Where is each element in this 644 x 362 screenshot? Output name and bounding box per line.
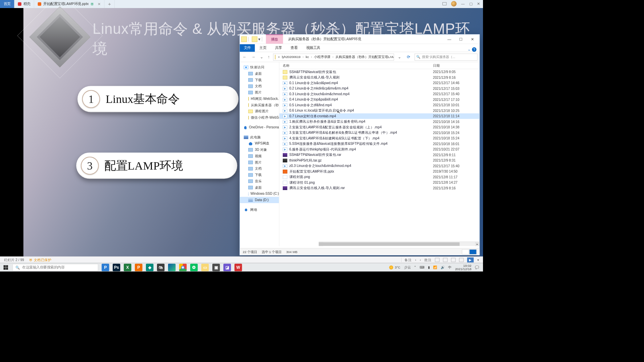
file-row[interactable]: z0.3 Linux命令之touch&vim&chmod.mp42021/12/… xyxy=(279,163,480,169)
start-button[interactable] xyxy=(0,263,12,272)
zoom-dropdown-icon[interactable]: ▾ xyxy=(477,258,479,262)
scroll-right-icon[interactable]: ▸ xyxy=(475,242,480,246)
protected-indicator[interactable]: ⛨文档已保护 xyxy=(29,257,52,262)
taskbar-app-p[interactable]: P xyxy=(102,263,109,271)
taskbar-app-purple[interactable]: ◪ xyxy=(223,263,231,271)
explorer-close-icon[interactable]: ✕ xyxy=(470,37,475,42)
nav-quick-access[interactable]: 快速访问 xyxy=(240,64,279,70)
ribbon-tab-file[interactable]: 文件 xyxy=(240,44,255,52)
breadcrumb-item[interactable]: lyh20200619 xyxy=(281,55,302,59)
file-row[interactable]: thinkPHP5代码.tar.gz2021/12/9 8:31 xyxy=(279,158,480,163)
ribbon-tab-video-tools[interactable]: 视频工具 xyxy=(302,44,324,52)
taskbar-app-edge[interactable] xyxy=(168,263,176,271)
nav-downloads[interactable]: 下载 xyxy=(240,77,279,83)
nav-up-icon[interactable]: ↑ xyxy=(267,55,271,59)
nav-pictures2[interactable]: 图片 xyxy=(240,159,279,166)
file-row[interactable]: 5.SSH连接服务器&Navicat连接数据库&SFTP远程传输文件.mp420… xyxy=(279,141,480,147)
qat-dropdown-icon[interactable]: ▾ xyxy=(258,37,260,42)
file-row[interactable]: 4.安装宝塔LAMP环境&创建网站&SLL证书配置（下）.mp42021/10/… xyxy=(279,135,480,141)
taskbar-app-explorer[interactable]: ▭ xyxy=(201,263,209,271)
file-row[interactable]: 3.安装宝塔LAMP环境&域名解析&免费SLL证书腾讯云申请（中）.mp4202… xyxy=(279,130,480,136)
file-row[interactable]: 课程封面.png2021/12/8 11:17 xyxy=(279,174,480,180)
notes-button[interactable]: 备注 xyxy=(401,257,412,262)
ribbon-tab-view[interactable]: 查看 xyxy=(286,44,302,52)
file-row[interactable]: 6.服务器运行thinkphp项目-代码见附件.mp42021/10/21 22… xyxy=(279,146,480,152)
nav-desktop2[interactable]: 桌面 xyxy=(240,184,279,191)
file-row[interactable]: 开始配置宝塔LAMP环境.pptx2019/7/30 14:50 xyxy=(279,169,480,174)
close-icon[interactable]: ✕ xyxy=(477,2,480,6)
comments-button[interactable]: 批注 xyxy=(424,257,431,262)
column-name[interactable]: 名称 xyxy=(279,63,433,68)
taskbar-search-input[interactable]: 🔍在这里输入你要搜索的内容 xyxy=(13,264,98,271)
user-avatar[interactable] xyxy=(451,1,457,7)
explorer-titlebar[interactable]: ▾ 播放 从购买服务器（秒杀）开始配置宝塔LAMP环境 — ☐ ✕ xyxy=(240,35,480,44)
horizontal-scrollbar[interactable]: ◂ ▸ xyxy=(319,242,479,246)
tray-wifi-icon[interactable]: 📶 xyxy=(433,265,437,269)
outline-view-icon[interactable] xyxy=(459,258,464,262)
taskbar-app-excel[interactable]: X xyxy=(124,263,131,271)
taskbar-weather[interactable]: 3°C 少云 xyxy=(389,265,411,270)
explorer-minimize-icon[interactable]: — xyxy=(447,37,452,42)
explorer-file-list[interactable]: 名称 日期 SSH&FTP&Navicat软件安装包2021/12/9 8:05… xyxy=(279,62,480,246)
file-row[interactable]: SSH&FTP&Navicat软件安装包.rar2021/12/9 8:11 xyxy=(279,152,480,158)
file-row[interactable]: 0.3 Linux命令之touch&vim&chmod.mp42021/12/1… xyxy=(279,91,480,97)
tab-home[interactable]: 首页 xyxy=(0,0,14,8)
nav-music[interactable]: 音乐 xyxy=(240,178,279,184)
file-row[interactable]: SSH&FTP&Navicat软件安装包2021/12/9 8:05 xyxy=(279,69,480,75)
ribbon-expand-icon[interactable]: ⌄ xyxy=(468,47,471,52)
file-row[interactable]: 0.4 Linux命令之top&ps&kill.mp42021/12/17 17… xyxy=(279,97,480,103)
tray-notifications-icon[interactable]: 💬 xyxy=(475,265,479,269)
file-row[interactable]: 2.安装宝塔LAMP环境&配置云服务器安全组规则（上）.mp42021/10/1… xyxy=(279,124,480,130)
ribbon-contextual-play[interactable]: 播放 xyxy=(266,35,283,44)
taskbar-app-wechat[interactable]: ❂ xyxy=(190,263,198,271)
tray-volume-icon[interactable]: 🔊 xyxy=(441,265,445,269)
nav-documents2[interactable]: 文档 xyxy=(240,166,279,172)
maximize-icon[interactable]: ▢ xyxy=(469,2,473,6)
explorer-nav-pane[interactable]: 快速访问 桌面 下载 文档 图片 H5网页-WebSock... 从购买服务器（… xyxy=(240,62,279,246)
tab-docer[interactable]: 稻壳 xyxy=(14,0,34,8)
nav-folder-buysrv[interactable]: 从购买服务器（秒 xyxy=(240,102,279,108)
file-row[interactable]: 腾讯云安全组出栈入栈-导入规则2021/12/9 8:16 xyxy=(279,75,480,80)
column-date[interactable]: 日期 xyxy=(433,63,480,68)
view-details-button[interactable] xyxy=(462,249,469,254)
nav-folder-h5[interactable]: H5网页-WebSock... xyxy=(240,96,279,102)
file-row[interactable]: 0.1 Linux命令之ls&cd&pwd.mp42021/12/17 14:4… xyxy=(279,80,480,86)
normal-view-icon[interactable] xyxy=(435,258,440,262)
view-thumbnails-button[interactable] xyxy=(470,249,477,254)
taskbar-app-sublime[interactable]: ▣ xyxy=(212,263,220,271)
layout-icon[interactable] xyxy=(442,2,446,5)
nav-this-pc[interactable]: 此电脑 xyxy=(240,134,279,140)
tray-lang-icon[interactable]: 中 xyxy=(448,265,451,270)
taskbar-app-ps[interactable]: Ps xyxy=(113,263,120,271)
nav-videos[interactable]: 视频 xyxy=(240,153,279,159)
nav-wps[interactable]: WPS网盘 xyxy=(240,140,279,147)
breadcrumb-dropdown-icon[interactable]: ⌄ xyxy=(396,55,402,59)
taskbar-app-chrome[interactable] xyxy=(179,263,187,271)
explorer-search-input[interactable]: 🔍 搜索"从购买服务器（... xyxy=(415,53,478,60)
file-row[interactable]: 0.5 Linux命令之df&find.mp42021/12/18 10:01 xyxy=(279,102,480,108)
list-header[interactable]: 名称 日期 xyxy=(279,62,480,69)
breadcrumb-item[interactable]: kc xyxy=(305,55,310,59)
prev-arrow-icon[interactable]: ‹ xyxy=(415,258,416,262)
ribbon-tab-home[interactable]: 主页 xyxy=(255,44,270,52)
tab-close-icon[interactable]: ✕ xyxy=(98,2,101,6)
nav-onedrive[interactable]: OneDrive - Persona xyxy=(240,124,279,131)
nav-network[interactable]: 网络 xyxy=(240,207,279,213)
taskbar-app-teal[interactable]: ◆ xyxy=(146,263,154,271)
reading-view-icon[interactable] xyxy=(451,258,456,262)
nav-3d[interactable]: 3D 对象 xyxy=(240,146,279,153)
taskbar-app-wps[interactable]: W xyxy=(234,263,242,271)
tray-expand-icon[interactable]: ˄ xyxy=(414,265,416,269)
nav-desktop[interactable]: 桌面 xyxy=(240,70,279,77)
nav-documents[interactable]: 文档 xyxy=(240,83,279,89)
breadcrumb-item[interactable]: 小程序录课 xyxy=(313,55,331,59)
breadcrumb[interactable]: « lyh20200619› kc› 小程序录课› 从购买服务器（秒杀）开始配置… xyxy=(273,53,394,60)
nav-folder-courseimg[interactable]: 课程图片 xyxy=(240,108,279,115)
refresh-icon[interactable]: ⟳ xyxy=(405,55,412,59)
nav-forward-icon[interactable]: → xyxy=(250,55,256,59)
next-arrow-icon[interactable]: › xyxy=(420,258,421,262)
file-row[interactable]: 腾讯云安全组出栈入栈-导入规则.rar2021/12/9 8:16 xyxy=(279,185,480,191)
file-row[interactable]: 0.6 Linux rc.local设置开机自启动命令.mp42021/12/1… xyxy=(279,108,480,114)
scroll-thumb[interactable] xyxy=(319,242,460,246)
nav-drive-d[interactable]: Data (D:) xyxy=(240,197,279,203)
